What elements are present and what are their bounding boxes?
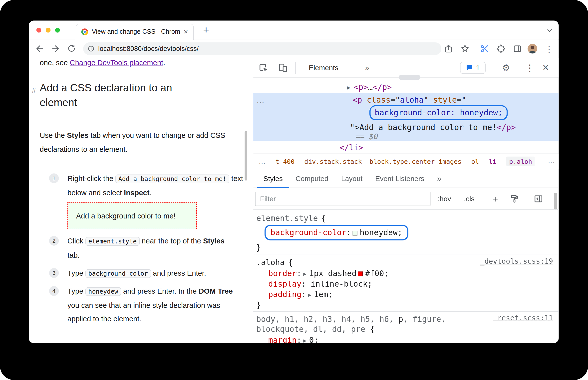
source-link[interactable]: _devtools.scss:19: [480, 257, 553, 265]
devtools-panel: Elements » 1 ⚙ ⋮ × ▶<p>…</p> … <p class=…: [253, 58, 559, 343]
css-property[interactable]: display: [268, 279, 301, 288]
doc-scrollbar-thumb[interactable]: [245, 131, 248, 181]
source-link[interactable]: _reset.scss:11: [493, 314, 553, 322]
devtools-placement-link[interactable]: Change DevTools placement: [70, 58, 163, 67]
declaration-padding[interactable]: padding:▶1em;: [268, 289, 333, 301]
tab-search-chevron-icon[interactable]: [545, 26, 554, 35]
settings-gear-icon[interactable]: ⚙: [502, 58, 510, 78]
reload-icon[interactable]: [67, 44, 76, 54]
css-value[interactable]: #f00;: [365, 269, 389, 278]
css-value[interactable]: 1px dashed: [309, 269, 356, 278]
css-value[interactable]: 1em;: [314, 290, 333, 299]
step-number: 2: [49, 236, 59, 246]
browser-window: View and change CSS - Chrom × +: [29, 21, 559, 343]
back-icon[interactable]: [35, 44, 45, 54]
css-property[interactable]: padding: [268, 290, 301, 299]
demo-target-box[interactable]: Add a background color to me!: [67, 202, 197, 229]
inline-code: honeydew: [85, 287, 121, 296]
color-swatch-honeydew[interactable]: [352, 231, 357, 236]
browser-tab[interactable]: View and change CSS - Chrom ×: [76, 24, 194, 40]
declaration-border[interactable]: border:▶1px dashed#f00;: [268, 268, 389, 280]
tab-computed[interactable]: Computed: [289, 169, 335, 188]
forward-icon[interactable]: [51, 44, 60, 54]
bookmark-star-icon[interactable]: [461, 44, 470, 54]
format-paint-icon[interactable]: [510, 194, 519, 204]
dom-row-li-close[interactable]: </li>: [339, 142, 363, 153]
toolbar-separator: [295, 62, 296, 74]
breadcrumb-item[interactable]: li: [489, 158, 496, 165]
tab-event-listeners[interactable]: Event Listeners: [369, 169, 431, 188]
new-style-rule-icon[interactable]: +: [492, 188, 498, 210]
devtools-menu-kebab-icon[interactable]: ⋮: [525, 58, 534, 78]
more-panels-icon[interactable]: »: [365, 58, 369, 78]
more-tabs-icon[interactable]: »: [431, 169, 448, 188]
console-messages-badge[interactable]: 1: [460, 62, 486, 74]
punct: :: [297, 336, 301, 343]
dom-row-collapsed-p[interactable]: ▶<p>…</p>: [347, 82, 392, 93]
css-property[interactable]: background-color: [271, 228, 346, 237]
crumb-overflow-right[interactable]: …: [548, 156, 555, 165]
toggle-sidebar-icon[interactable]: [534, 194, 543, 204]
tab-styles[interactable]: Styles: [257, 169, 289, 188]
tab-close-icon[interactable]: ×: [181, 27, 190, 36]
extensions-puzzle-icon[interactable]: [497, 44, 506, 54]
styles-filter-input[interactable]: [255, 192, 431, 206]
css-value[interactable]: honeydew: [360, 228, 398, 237]
step-text-bold: Inspect: [124, 189, 149, 197]
aloha-selector-line[interactable]: .aloha{: [256, 257, 293, 268]
punct: :: [346, 228, 351, 237]
inspect-element-icon[interactable]: [259, 63, 268, 73]
expand-shorthand-icon[interactable]: ▶: [303, 272, 306, 277]
breadcrumb-item[interactable]: div.stack.stack--block.type.center-image…: [304, 158, 461, 165]
declaration-margin[interactable]: margin:▶0;: [268, 335, 318, 343]
devtools-close-icon[interactable]: ×: [543, 58, 549, 78]
address-bar[interactable]: localhost:8080/docs/devtools/css/: [83, 42, 441, 55]
side-panel-icon[interactable]: [513, 44, 523, 54]
site-info-icon[interactable]: [88, 45, 94, 54]
style-declaration-callout[interactable]: background-color: honeydew;: [369, 105, 508, 120]
css-value[interactable]: 0;: [309, 336, 318, 343]
tab-layout[interactable]: Layout: [335, 169, 369, 188]
color-swatch-red[interactable]: [358, 272, 363, 277]
styles-scrollbar-thumb[interactable]: [554, 193, 557, 209]
breadcrumb-item[interactable]: t-400: [276, 158, 295, 165]
device-toolbar-icon[interactable]: [278, 63, 288, 73]
minimize-window-button[interactable]: [46, 28, 51, 33]
reset-selector-line2[interactable]: blockquote, dl, dd, pre {: [256, 324, 375, 335]
tab-title: View and change CSS - Chrom: [92, 24, 181, 40]
dom-row-selected[interactable]: … <p class="aloha" style=" background-co…: [253, 93, 559, 141]
close-window-button[interactable]: [36, 28, 41, 33]
tab-elements[interactable]: Elements: [303, 58, 344, 78]
dollar-zero-hint: == $0: [356, 131, 378, 142]
hidden-children-ellipsis[interactable]: …: [256, 95, 265, 105]
reset-selector-line1[interactable]: body, h1, h2, h3, h4, h5, h6, p, figure,: [256, 314, 446, 325]
step-text-bold: DOM Tree: [199, 287, 233, 295]
zoom-window-button[interactable]: [55, 28, 60, 33]
rule-selector[interactable]: .aloha: [256, 258, 285, 267]
breadcrumb-item[interactable]: ol: [471, 158, 479, 165]
profile-avatar[interactable]: [528, 44, 537, 54]
styles-declaration-callout[interactable]: background-color:honeydew;: [265, 225, 408, 240]
crumb-overflow-left[interactable]: …: [259, 157, 266, 166]
heading-anchor-hash[interactable]: #: [32, 86, 36, 95]
inline-style-selector-line[interactable]: element.style{: [256, 213, 326, 224]
css-property[interactable]: border: [268, 269, 297, 278]
step-text: Click: [67, 237, 85, 245]
css-value[interactable]: inline-block;: [311, 279, 372, 288]
step-text: Type: [67, 287, 85, 295]
rule-selector[interactable]: element.style: [256, 214, 318, 223]
browser-menu-kebab-icon[interactable]: ⋮: [545, 44, 552, 54]
share-icon[interactable]: [444, 44, 454, 54]
toggle-class-button[interactable]: .cls: [464, 188, 475, 210]
declaration-display[interactable]: display:inline-block;: [268, 278, 372, 290]
expand-arrow-icon[interactable]: ▶: [347, 85, 350, 90]
scissors-extension-icon[interactable]: [480, 44, 490, 54]
new-tab-button[interactable]: +: [199, 24, 213, 37]
toggle-hover-button[interactable]: :hov: [438, 188, 451, 210]
expand-shorthand-icon[interactable]: ▶: [303, 338, 306, 343]
brace: {: [370, 325, 375, 334]
step-text-block: Click element.style near the top of the …: [67, 234, 228, 262]
css-property[interactable]: margin: [268, 336, 297, 343]
doc-lede: Use the Styles tab when you want to chan…: [40, 129, 237, 156]
expand-shorthand-icon[interactable]: ▶: [308, 293, 311, 298]
